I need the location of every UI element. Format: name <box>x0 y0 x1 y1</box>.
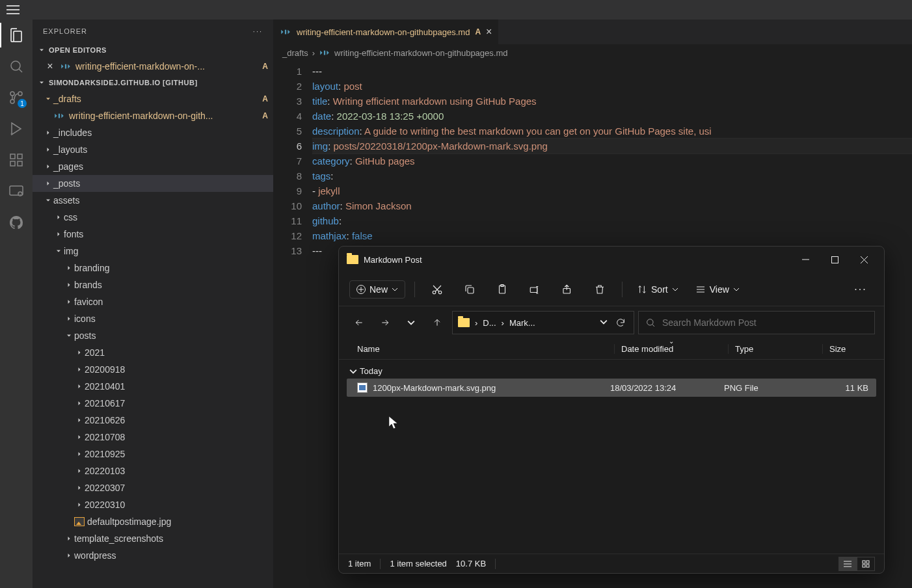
new-button[interactable]: New <box>349 280 405 299</box>
extensions-icon[interactable] <box>7 151 25 169</box>
delete-button[interactable] <box>587 278 613 301</box>
thumbnails-view-toggle[interactable] <box>857 557 875 571</box>
folder-date[interactable]: 20220310 <box>33 496 273 513</box>
tab-active-file[interactable]: writing-efficient-markdown-on-githubpage… <box>273 20 499 44</box>
folder-css[interactable]: css <box>33 209 273 226</box>
chevron-right-icon <box>74 347 85 358</box>
details-view-toggle[interactable] <box>838 557 857 571</box>
explorer-icon[interactable] <box>7 26 25 44</box>
folder-date[interactable]: 20210401 <box>33 378 273 395</box>
refresh-button[interactable] <box>613 312 628 334</box>
svg-rect-24 <box>866 565 869 567</box>
file-list[interactable]: Today 1200px-Markdown-mark.svg.png 18/03… <box>339 360 884 554</box>
fe-toolbar: New Sort View ··· <box>339 273 884 306</box>
open-editors-header[interactable]: OPEN EDITORS <box>33 42 273 58</box>
file-row[interactable]: 1200px-Markdown-mark.svg.png 18/03/2022 … <box>347 379 876 397</box>
search-input[interactable] <box>662 317 868 328</box>
svg-point-4 <box>10 133 13 135</box>
menu-icon[interactable] <box>7 5 20 14</box>
folder-date[interactable]: 20210708 <box>33 429 273 446</box>
cut-button[interactable] <box>424 278 450 301</box>
sort-button[interactable]: Sort <box>632 281 684 298</box>
folder-template-screenshots[interactable]: template_screenshots <box>33 530 273 547</box>
folder-pages[interactable]: _pages <box>33 158 273 175</box>
folder-favicon[interactable]: favicon <box>33 293 273 310</box>
folder-date[interactable]: 2021 <box>33 344 273 361</box>
col-name[interactable]: Name <box>357 344 614 354</box>
forward-button[interactable] <box>374 312 396 334</box>
folder-branding[interactable]: branding <box>33 260 273 276</box>
svg-point-20 <box>647 319 653 325</box>
folder-img[interactable]: img <box>33 243 273 260</box>
more-icon[interactable]: ··· <box>253 27 263 35</box>
col-date[interactable]: ⌄Date modified <box>614 344 728 354</box>
recent-button[interactable] <box>400 312 422 334</box>
file-defaultpostimage[interactable]: defaultpostimage.jpg <box>33 513 273 530</box>
col-size[interactable]: Size <box>822 344 884 354</box>
folder-img-posts[interactable]: posts <box>33 327 273 344</box>
folder-brands[interactable]: brands <box>33 276 273 293</box>
sidebar: EXPLORER ··· OPEN EDITORS × writing-effi… <box>33 20 273 588</box>
view-button[interactable]: View <box>690 281 745 298</box>
folder-includes[interactable]: _includes <box>33 124 273 141</box>
folder-assets[interactable]: assets <box>33 192 273 209</box>
open-editor-item[interactable]: × writing-efficient-markdown-on-... A <box>33 58 273 75</box>
workspace-root-header[interactable]: SIMONDARKSIDEJ.GITHUB.IO [GITHUB] <box>33 75 273 90</box>
folder-date[interactable]: 20200918 <box>33 361 273 378</box>
folder-posts[interactable]: _posts <box>33 175 273 192</box>
folder-date[interactable]: 20220103 <box>33 462 273 479</box>
chevron-down-icon <box>36 45 47 55</box>
folder-date[interactable]: 20220307 <box>33 479 273 496</box>
folder-date[interactable]: 20210617 <box>33 395 273 412</box>
rename-button[interactable] <box>522 278 548 301</box>
folder-wordpress[interactable]: wordpress <box>33 547 273 564</box>
chevron-down-icon[interactable] <box>600 318 608 326</box>
breadcrumb-file[interactable]: writing-efficient-markdown-on-githubpage… <box>334 48 507 58</box>
search-icon[interactable] <box>7 57 25 75</box>
tab-badge: A <box>475 27 481 36</box>
search-box[interactable] <box>638 311 875 334</box>
minimize-button[interactable] <box>791 249 820 270</box>
more-button[interactable]: ··· <box>848 278 874 301</box>
folder-layouts[interactable]: _layouts <box>33 141 273 158</box>
breadcrumb[interactable]: _drafts › writing-efficient-markdown-on-… <box>273 44 912 61</box>
maximize-button[interactable] <box>820 249 850 270</box>
back-button[interactable] <box>348 312 370 334</box>
chevron-right-icon <box>64 297 74 307</box>
github-icon[interactable] <box>7 213 25 232</box>
chevron-right-icon <box>74 364 85 375</box>
group-header[interactable]: Today <box>347 364 876 379</box>
chevron-down-icon <box>43 94 53 104</box>
close-icon[interactable]: × <box>44 60 56 72</box>
up-button[interactable] <box>426 312 448 334</box>
file-draft-md[interactable]: writing-efficient-markdown-on-gith... A <box>33 107 273 124</box>
col-type[interactable]: Type <box>728 344 822 354</box>
paste-button[interactable] <box>489 278 515 301</box>
folder-icons[interactable]: icons <box>33 310 273 327</box>
remote-icon[interactable] <box>7 182 25 200</box>
sort-indicator-icon: ⌄ <box>669 338 674 345</box>
folder-icon <box>458 318 470 327</box>
run-debug-icon[interactable] <box>7 120 25 138</box>
source-control-icon[interactable]: 1 <box>7 88 25 107</box>
close-icon[interactable]: × <box>486 26 492 38</box>
chevron-right-icon <box>64 314 74 324</box>
share-button[interactable] <box>554 278 580 301</box>
close-button[interactable] <box>850 249 879 270</box>
folder-date[interactable]: 20210925 <box>33 446 273 462</box>
folder-fonts[interactable]: fonts <box>33 226 273 243</box>
breadcrumb-folder[interactable]: _drafts <box>282 48 308 58</box>
svg-point-2 <box>10 100 14 103</box>
chevron-right-icon <box>43 144 53 155</box>
column-headers[interactable]: Name ⌄Date modified Type Size <box>339 339 884 360</box>
address-bar[interactable]: ›D...›Mark... <box>452 311 634 334</box>
folder-drafts[interactable]: _draftsA <box>33 90 273 107</box>
chevron-right-icon <box>74 483 85 493</box>
svg-rect-11 <box>832 256 838 263</box>
svg-rect-7 <box>18 161 22 166</box>
chevron-right-icon <box>74 415 85 425</box>
copy-button[interactable] <box>457 278 483 301</box>
folder-date[interactable]: 20210626 <box>33 412 273 429</box>
fe-titlebar[interactable]: Markdown Post <box>339 247 884 273</box>
chevron-down-icon <box>64 330 74 341</box>
